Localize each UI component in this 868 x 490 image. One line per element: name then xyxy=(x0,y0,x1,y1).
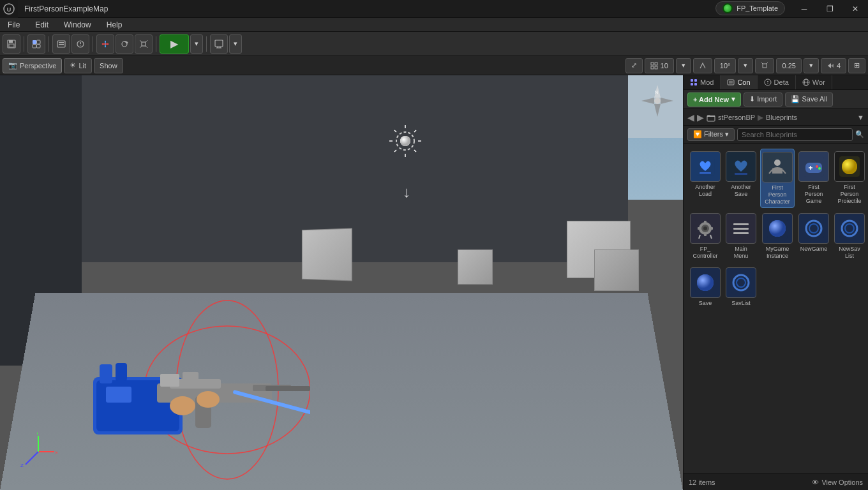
camera-speed-btn[interactable]: 4 xyxy=(821,58,846,73)
mode-selector[interactable] xyxy=(27,34,45,54)
svg-rect-28 xyxy=(215,40,223,47)
search-bar: 🔽 Filters ▾ 🔍 xyxy=(684,126,868,144)
blueprint-item-another-save[interactable]: AnotherSave xyxy=(724,149,758,208)
svg-marker-80 xyxy=(661,98,673,104)
svg-rect-87 xyxy=(728,80,734,85)
tab-modes[interactable]: Mod xyxy=(684,75,721,89)
breadcrumb-folder[interactable]: stPersonBP xyxy=(718,114,755,121)
launch-btn[interactable] xyxy=(210,34,228,54)
breadcrumb-forward-btn[interactable]: ▶ xyxy=(697,112,704,122)
translate-snap-options[interactable]: ▾ xyxy=(676,58,691,73)
svg-rect-4 xyxy=(9,44,14,47)
svg-text:N: N xyxy=(655,90,658,94)
add-new-button[interactable]: + Add New ▾ xyxy=(687,93,741,107)
svg-rect-23 xyxy=(142,42,146,46)
svg-line-73 xyxy=(26,452,38,464)
svg-line-25 xyxy=(146,40,147,42)
perspective-view-btn[interactable]: 📷 Perspective xyxy=(3,58,62,73)
rotation-label: 10° xyxy=(720,62,731,70)
save-all-button[interactable]: 💾 Save All xyxy=(785,93,833,107)
play-options-btn[interactable]: ▾ xyxy=(190,34,203,54)
translate-btn[interactable] xyxy=(96,34,114,54)
main-toolbar: ▶ ▾ ▾ xyxy=(0,32,868,56)
save-button[interactable] xyxy=(3,34,20,54)
breadcrumb-scroll-btn[interactable]: ▼ xyxy=(857,114,864,121)
translate-snapping-btn[interactable]: 10 xyxy=(645,58,674,73)
svg-point-92 xyxy=(767,83,768,84)
ue-logo: U xyxy=(0,0,18,18)
blueprint-item-save[interactable]: Save xyxy=(689,265,722,309)
details-btn[interactable] xyxy=(71,34,89,54)
view-options-button[interactable]: 👁 View Options xyxy=(812,479,863,486)
menu-window[interactable]: Window xyxy=(56,18,99,32)
viewport-compass: N xyxy=(638,82,677,120)
lit-btn[interactable]: ☀ Lit xyxy=(64,58,92,73)
breadcrumb-back-btn[interactable]: ◀ xyxy=(687,112,694,122)
fullscreen-btn[interactable]: ⊞ xyxy=(848,58,865,73)
menu-file[interactable]: File xyxy=(0,18,27,32)
blueprint-grid: AnotherLoad AnotherSave xyxy=(684,144,868,473)
svg-line-47 xyxy=(394,150,396,152)
svg-text:X: X xyxy=(55,450,57,456)
menu-help[interactable]: Help xyxy=(99,18,130,32)
title-text: FirstPersonExampleMap xyxy=(18,4,791,13)
blueprint-item-fp-projectile[interactable]: FirstPersonProiectile xyxy=(833,149,866,208)
blueprint-label-another-load: AnotherLoad xyxy=(695,184,715,198)
svg-rect-118 xyxy=(704,221,707,223)
blueprint-item-fp-character[interactable]: FirstPersonCharacter xyxy=(760,149,795,208)
minimize-button[interactable]: ─ xyxy=(791,0,817,18)
rotation-snap-btn[interactable]: 10° xyxy=(714,58,737,73)
scale-snap-icon[interactable] xyxy=(755,58,774,73)
scale-options[interactable]: ▾ xyxy=(804,58,819,73)
launch-options-btn[interactable]: ▾ xyxy=(229,34,242,54)
angle-snap-icon[interactable] xyxy=(693,58,712,73)
scale-val-btn[interactable]: 0.25 xyxy=(776,58,801,73)
scene-box-2 xyxy=(458,249,493,285)
tab-content-browser[interactable]: Con xyxy=(721,75,757,89)
tab-world-label: Wor xyxy=(812,78,825,86)
tab-world[interactable]: Wor xyxy=(796,75,832,89)
filters-button[interactable]: 🔽 Filters ▾ xyxy=(687,128,735,141)
play-button[interactable]: ▶ xyxy=(160,34,189,54)
blueprint-label-another-save: AnotherSave xyxy=(731,184,751,198)
maximize-viewport-btn[interactable]: ⤢ xyxy=(625,58,643,73)
save-all-label: 💾 Save All xyxy=(791,95,827,103)
svg-text:Y: Y xyxy=(36,433,40,436)
blueprint-label-save: Save xyxy=(699,300,712,307)
fp-circle-icon xyxy=(722,3,733,13)
blueprint-item-another-load[interactable]: AnotherLoad xyxy=(689,149,722,208)
svg-point-102 xyxy=(774,160,781,166)
svg-point-51 xyxy=(400,136,410,146)
title-bar: U FirstPersonExampleMap FP_Template ─ ❐ … xyxy=(0,0,868,18)
blueprint-item-mygame-instance[interactable]: MyGameInstance xyxy=(760,211,795,262)
svg-rect-67 xyxy=(160,374,179,387)
menu-edit[interactable]: Edit xyxy=(27,18,56,32)
content-browser-btn[interactable] xyxy=(52,34,70,54)
blueprint-item-new-game[interactable]: NewGame xyxy=(797,211,830,262)
rotate-btn[interactable] xyxy=(116,34,133,54)
blueprint-thumb-fp-projectile xyxy=(834,151,865,182)
toolbar-divider-5 xyxy=(206,36,207,52)
svg-rect-86 xyxy=(694,83,697,85)
breadcrumb-section[interactable]: Blueprints xyxy=(766,114,797,121)
rotation-snap-options[interactable]: ▾ xyxy=(738,58,753,73)
scale-btn[interactable] xyxy=(135,34,153,54)
blueprint-label-newsav-list: NewSavList xyxy=(839,246,860,260)
import-button[interactable]: ⬇ Import xyxy=(744,93,782,107)
blueprint-item-fp-controller[interactable]: FP_Controller xyxy=(689,211,722,262)
svg-rect-5 xyxy=(33,40,36,44)
blueprint-thumb-new-game xyxy=(798,213,829,244)
show-btn[interactable]: Show xyxy=(94,58,123,73)
tab-details[interactable]: Deta xyxy=(758,75,796,89)
blueprint-item-main-menu[interactable]: MainMenu xyxy=(724,211,758,262)
blueprint-item-newsav-list[interactable]: NewSavList xyxy=(833,211,866,262)
svg-rect-68 xyxy=(183,372,198,383)
viewport[interactable]: ↓ xyxy=(0,75,683,490)
blueprint-item-sav-list[interactable]: SavList xyxy=(724,265,758,309)
restore-button[interactable]: ❐ xyxy=(817,0,842,18)
blueprint-item-fp-game[interactable]: FirstPersonGame xyxy=(797,149,830,208)
search-blueprints-input[interactable] xyxy=(742,131,848,138)
close-button[interactable]: ✕ xyxy=(842,0,868,18)
svg-rect-83 xyxy=(691,79,693,82)
sun-gizmo[interactable] xyxy=(389,125,421,157)
